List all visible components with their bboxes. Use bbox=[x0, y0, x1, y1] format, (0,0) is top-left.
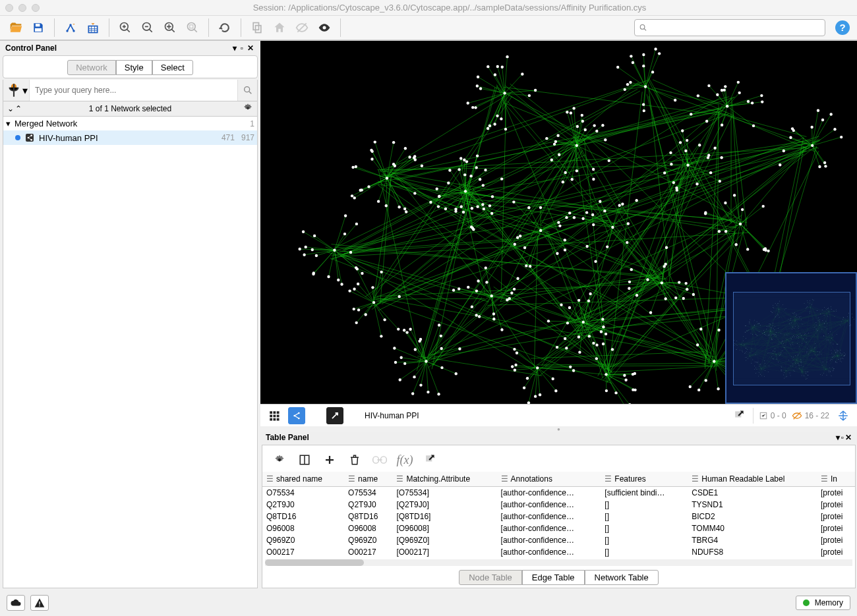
export-table-button[interactable] bbox=[422, 452, 438, 468]
close-table-icon[interactable]: ✕ bbox=[845, 433, 852, 442]
table-row[interactable]: Q8TD16Q8TD16[Q8TD16][author-confidence…[… bbox=[262, 511, 855, 522]
zoom-in-button[interactable] bbox=[115, 17, 136, 38]
network-canvas[interactable] bbox=[260, 41, 857, 404]
search-box[interactable] bbox=[634, 19, 825, 36]
hide-button[interactable] bbox=[291, 17, 312, 38]
tree-node-count: 471 bbox=[222, 133, 235, 142]
tab-style[interactable]: Style bbox=[116, 60, 152, 75]
column-header[interactable]: ☰Human Readable Label bbox=[688, 472, 817, 487]
table-cell: [Q969Z0] bbox=[392, 534, 496, 546]
tab-select[interactable]: Select bbox=[152, 60, 193, 75]
table-settings-button[interactable] bbox=[272, 452, 287, 468]
svg-point-876 bbox=[616, 66, 619, 69]
query-search-button[interactable] bbox=[237, 80, 257, 101]
expand-all-icon[interactable]: ⌄ bbox=[7, 104, 14, 113]
svg-point-796 bbox=[510, 292, 513, 294]
close-panel-icon[interactable]: ✕ bbox=[246, 43, 255, 53]
open-file-button[interactable] bbox=[5, 17, 26, 38]
search-input[interactable] bbox=[647, 23, 821, 32]
birds-eye-view[interactable] bbox=[725, 272, 857, 404]
svg-point-769 bbox=[476, 154, 479, 157]
svg-point-774 bbox=[539, 229, 542, 232]
link-button[interactable] bbox=[372, 452, 388, 468]
svg-point-1016 bbox=[595, 357, 598, 360]
table-row[interactable]: O75534O75534[O75534][author-confidence…[… bbox=[262, 487, 855, 499]
tab-network-table[interactable]: Network Table bbox=[585, 570, 659, 585]
scroll-thumb[interactable] bbox=[265, 559, 364, 566]
minimize-table-icon[interactable]: ▾ bbox=[836, 433, 840, 442]
float-table-icon[interactable]: ▫ bbox=[841, 433, 844, 442]
table-row[interactable]: O96008O96008[O96008][author-confidence…[… bbox=[262, 522, 855, 534]
function-button[interactable]: f(x) bbox=[397, 452, 413, 468]
network-tree[interactable]: ▾ Merged Network 1 HIV-human PPI 471 917 bbox=[3, 117, 258, 588]
svg-line-508 bbox=[654, 88, 719, 104]
svg-point-746 bbox=[470, 225, 473, 228]
copy-button[interactable] bbox=[247, 17, 268, 38]
column-header[interactable]: ☰Annotations bbox=[497, 472, 601, 487]
fit-content-button[interactable] bbox=[835, 407, 852, 424]
query-input[interactable] bbox=[30, 80, 237, 101]
grid-view-button[interactable] bbox=[266, 407, 283, 424]
psi-icon[interactable]: ▾ bbox=[3, 80, 30, 101]
warning-button[interactable] bbox=[30, 595, 49, 611]
column-header[interactable]: ☰In bbox=[817, 472, 855, 487]
import-table-button[interactable] bbox=[82, 17, 103, 38]
zoom-fit-button[interactable] bbox=[160, 17, 181, 38]
svg-point-927 bbox=[690, 113, 692, 115]
svg-line-80 bbox=[374, 302, 381, 336]
column-header[interactable]: ☰Matching.Attribute bbox=[392, 472, 496, 487]
caret-down-icon[interactable]: ▾ bbox=[6, 119, 11, 128]
table-row[interactable]: O00217O00217[O00217][author-confidence…[… bbox=[262, 546, 855, 558]
tree-child-row[interactable]: HIV-human PPI 471 917 bbox=[3, 130, 257, 145]
tab-node-table[interactable]: Node Table bbox=[459, 570, 522, 585]
home-button[interactable] bbox=[269, 17, 290, 38]
data-table[interactable]: ☰shared name☰name☰Matching.Attribute☰Ann… bbox=[262, 472, 855, 558]
svg-point-657 bbox=[413, 156, 415, 159]
detach-view-button[interactable] bbox=[326, 407, 343, 424]
table-row[interactable]: Q2T9J0Q2T9J0[Q2T9J0][author-confidence…[… bbox=[262, 499, 855, 511]
share-view-button[interactable] bbox=[288, 407, 305, 424]
tree-root-row[interactable]: ▾ Merged Network 1 bbox=[3, 117, 257, 130]
add-column-button[interactable] bbox=[322, 452, 338, 468]
memory-indicator[interactable]: Memory bbox=[796, 596, 850, 610]
table-row[interactable]: Q969Z0Q969Z0[Q969Z0][author-confidence…[… bbox=[262, 534, 855, 546]
show-button[interactable] bbox=[314, 17, 335, 38]
export-image-button[interactable] bbox=[730, 407, 748, 424]
minimize-window-icon[interactable] bbox=[18, 4, 26, 12]
control-panel-tabs: Network Style Select bbox=[3, 55, 258, 78]
reload-button[interactable] bbox=[214, 17, 235, 38]
svg-line-101 bbox=[401, 358, 427, 362]
import-network-button[interactable] bbox=[60, 17, 81, 38]
svg-point-815 bbox=[584, 128, 587, 131]
column-header[interactable]: ☰shared name bbox=[262, 472, 344, 487]
help-button[interactable]: ? bbox=[833, 18, 852, 37]
table-cell: O75534 bbox=[344, 487, 392, 499]
birds-eye-viewport[interactable] bbox=[733, 292, 850, 385]
zoom-out-button[interactable] bbox=[137, 17, 158, 38]
delete-column-button[interactable] bbox=[347, 452, 363, 468]
minimize-panel-icon[interactable]: ▾ bbox=[231, 43, 238, 53]
resize-handle[interactable]: ● bbox=[260, 426, 857, 432]
title-bar: Session: /Applications/Cytoscape_v3.6.0/… bbox=[0, 0, 857, 16]
svg-point-712 bbox=[455, 372, 458, 375]
horizontal-scrollbar[interactable] bbox=[265, 559, 852, 566]
zoom-window-icon[interactable] bbox=[32, 4, 40, 12]
columns-button[interactable] bbox=[297, 452, 312, 468]
svg-point-751 bbox=[475, 166, 478, 169]
tab-network[interactable]: Network bbox=[67, 60, 116, 75]
svg-point-771 bbox=[488, 204, 491, 207]
tab-edge-table[interactable]: Edge Table bbox=[522, 570, 585, 585]
svg-line-552 bbox=[397, 109, 720, 180]
column-header[interactable]: ☰name bbox=[344, 472, 392, 487]
svg-rect-2095 bbox=[274, 411, 276, 414]
save-button[interactable] bbox=[28, 17, 49, 38]
column-header[interactable]: ☰Features bbox=[601, 472, 688, 487]
float-panel-icon[interactable]: ▫ bbox=[239, 43, 245, 53]
zoom-selected-button[interactable] bbox=[182, 17, 203, 38]
cloud-button[interactable] bbox=[7, 595, 25, 611]
memory-label: Memory bbox=[815, 598, 843, 607]
network-options-icon[interactable] bbox=[243, 103, 253, 115]
close-window-icon[interactable] bbox=[5, 4, 13, 12]
collapse-all-icon[interactable]: ⌃ bbox=[15, 104, 22, 113]
svg-line-466 bbox=[382, 138, 586, 304]
